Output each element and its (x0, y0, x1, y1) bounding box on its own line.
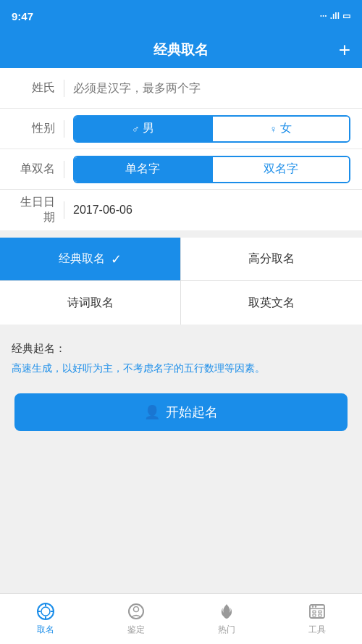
nav-naming[interactable]: 取名 (0, 594, 90, 644)
hot-icon (217, 602, 236, 621)
svg-rect-12 (313, 614, 316, 616)
nav-tools[interactable]: 工具 (272, 594, 362, 644)
status-time: 9:47 (12, 10, 33, 22)
female-icon: ♀ (270, 123, 278, 135)
battery-icon: ▭ (342, 11, 350, 21)
tools-label: 工具 (308, 624, 326, 636)
english-label: 取英文名 (248, 296, 295, 311)
status-icons: ··· .ıll ▭ (320, 11, 350, 21)
hot-label: 热门 (218, 624, 235, 636)
main-content: 姓氏 性别 ♂ 男 ♀ 女 单双名 (0, 68, 362, 446)
desc-title: 经典起名： (12, 342, 350, 356)
surname-input[interactable] (73, 82, 350, 95)
description-section: 经典起名： 高速生成，以好听为主，不考虑名字的五行数理等因素。 (0, 332, 362, 386)
svg-point-14 (311, 606, 313, 607)
form-section: 姓氏 性别 ♂ 男 ♀ 女 单双名 (0, 68, 362, 230)
female-label: 女 (280, 121, 292, 136)
appraise-label: 鉴定 (127, 624, 145, 636)
gender-row: 性别 ♂ 男 ♀ 女 (0, 109, 362, 149)
naming-label: 取名 (37, 624, 54, 636)
highscore-naming-btn[interactable]: 高分取名 (181, 238, 362, 281)
double-name-btn[interactable]: 双名字 (211, 157, 350, 182)
classic-naming-btn[interactable]: 经典取名 ✓ (0, 238, 181, 281)
start-btn-label: 开始起名 (166, 403, 218, 421)
tools-icon (308, 602, 327, 621)
name-mode-section: 经典取名 ✓ 高分取名 诗词取名 取英文名 (0, 238, 362, 325)
birthday-label: 生日日期 (12, 195, 55, 225)
svg-point-15 (314, 606, 316, 607)
male-label: 男 (143, 121, 154, 136)
svg-rect-11 (319, 611, 321, 613)
signal-dots: ··· (320, 11, 327, 21)
header-title: 经典取名 (153, 41, 209, 59)
nav-hot[interactable]: 热门 (181, 594, 272, 644)
double-label: 双名字 (264, 162, 298, 177)
surname-row: 姓氏 (0, 68, 362, 109)
poetry-label: 诗词取名 (67, 296, 114, 311)
highscore-label: 高分取名 (248, 251, 295, 267)
start-btn-section: 👤 开始起名 (0, 386, 362, 446)
gender-label: 性别 (12, 121, 55, 136)
divider3 (64, 161, 64, 178)
single-label: 单名字 (125, 162, 160, 177)
nav-appraise[interactable]: 鉴定 (90, 594, 181, 644)
person-icon: 👤 (144, 404, 160, 420)
name-type-row: 单双名 单名字 双名字 (0, 149, 362, 190)
classic-check: ✓ (111, 251, 122, 267)
name-type-toggle: 单名字 双名字 (73, 156, 350, 183)
name-mode-grid: 经典取名 ✓ 高分取名 诗词取名 取英文名 (0, 238, 362, 325)
english-naming-btn[interactable]: 取英文名 (181, 281, 362, 325)
bottom-nav: 取名 鉴定 热门 工具 (0, 593, 362, 644)
gender-toggle: ♂ 男 ♀ 女 (73, 115, 350, 143)
naming-icon (36, 602, 55, 621)
status-bar: 9:47 ··· .ıll ▭ (0, 0, 362, 32)
add-button[interactable]: + (339, 40, 350, 60)
svg-point-1 (41, 607, 50, 616)
desc-text: 高速生成，以好听为主，不考虑名字的五行数理等因素。 (12, 360, 350, 376)
divider (64, 80, 64, 97)
svg-point-7 (133, 607, 138, 612)
app-header: 经典取名 + (0, 32, 362, 68)
single-name-btn[interactable]: 单名字 (75, 157, 211, 182)
surname-label: 姓氏 (12, 80, 55, 96)
birthday-value: 2017-06-06 (73, 204, 132, 217)
svg-rect-10 (313, 611, 316, 613)
birthday-row[interactable]: 生日日期 2017-06-06 (0, 190, 362, 230)
appraise-icon (127, 602, 146, 621)
classic-label: 经典取名 (59, 251, 105, 267)
poetry-naming-btn[interactable]: 诗词取名 (0, 281, 181, 325)
svg-rect-13 (319, 614, 321, 616)
gender-male-btn[interactable]: ♂ 男 (75, 117, 211, 141)
divider4 (64, 201, 64, 219)
name-type-label: 单双名 (12, 162, 55, 177)
start-naming-button[interactable]: 👤 开始起名 (14, 393, 348, 431)
gender-female-btn[interactable]: ♀ 女 (211, 117, 350, 141)
male-icon: ♂ (132, 123, 140, 135)
signal-bars: .ıll (330, 11, 340, 21)
divider2 (64, 120, 64, 138)
